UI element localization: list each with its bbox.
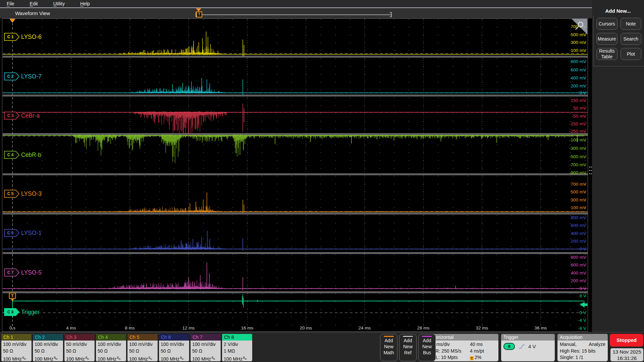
bandwidth-limit-icon: Bw: [179, 356, 183, 359]
menu-utility[interactable]: Utility: [53, 1, 65, 6]
channel-badge-label: Ch 1: [1, 334, 32, 341]
accent-line: [403, 336, 413, 337]
scale-label: 300 mV: [571, 40, 586, 45]
trigger-panel[interactable]: Trigger 84 V: [501, 334, 555, 361]
channel-badge-label: Ch 5: [127, 334, 158, 341]
plot-button[interactable]: Plot: [621, 48, 642, 60]
acquisition-row: High Res: 15 bits: [560, 348, 605, 355]
channel-badge-settings: 2 V/div1 MΩ100 MHz Bw: [222, 341, 252, 361]
bottom-settings-bar: Horizontal 4 ms/div40 msSR: 250 MS/s4 ns…: [0, 332, 644, 362]
scale-label: -8 V: [578, 326, 586, 331]
channel-badge-label: Ch 2: [33, 334, 63, 341]
results-table-button[interactable]: ResultsTable: [596, 48, 618, 60]
scale-label: 700 mV: [571, 182, 586, 187]
scale-label: 0 V: [580, 310, 586, 315]
search-button[interactable]: Search: [621, 33, 642, 45]
slider-right-bracket[interactable]: [390, 12, 392, 17]
trigger-position-flag-icon[interactable]: T: [196, 11, 202, 17]
scale-label: 600 mV: [571, 223, 586, 228]
scale-label: 500 mV: [571, 32, 586, 37]
measure-button[interactable]: Measure: [596, 33, 618, 45]
channel-handle-label: C 2: [7, 74, 14, 79]
x-axis-label: 36 ms: [535, 325, 547, 330]
channel-badge-settings: 100 mV/div50 Ω100 MHz Bw: [33, 341, 63, 361]
scale-label: 8 V: [580, 293, 586, 298]
scale-label: -900 mV: [569, 170, 586, 175]
channel-badge-8[interactable]: Ch 82 V/div1 MΩ100 MHz Bw: [222, 334, 252, 361]
scale-label: 100 mV: [571, 48, 586, 53]
channel-badge-settings: 100 mV/div50 Ω100 MHz Bw: [159, 341, 189, 361]
menu-bar: FileEditUtilityHelp: [0, 0, 644, 7]
menu-edit[interactable]: Edit: [30, 1, 38, 6]
panel-drag-handle[interactable]: [589, 167, 592, 176]
accent-line: [422, 336, 432, 337]
cursors-button[interactable]: Cursors: [596, 18, 618, 30]
scale-label: 800 mV: [571, 215, 586, 220]
horizontal-value: 40 ms: [470, 341, 483, 348]
tab-waveform-view[interactable]: Waveform View: [15, 10, 50, 16]
scale-label: 800 mV: [571, 255, 586, 260]
channel-handle-label: C 1: [7, 35, 14, 39]
scale-label: 0 V: [580, 90, 586, 95]
date-text: 13 Nov 2025: [610, 349, 643, 355]
channel-name-label: LYSO-3: [21, 190, 42, 197]
graticule-dots: [3, 19, 588, 330]
channel-badge-2[interactable]: Ch 2100 mV/div50 Ω100 MHz Bw: [33, 334, 63, 361]
oscilloscope-app: FileEditUtilityHelp Waveform View T 700 …: [0, 0, 644, 362]
scale-label: -100 mV: [569, 137, 586, 142]
acquisition-panel[interactable]: Acquisition Manual,AnalyzeHigh Res: 15 b…: [557, 334, 608, 361]
scale-label: -50 mV: [572, 114, 586, 119]
channel-badge-settings: 100 mV/div50 Ω100 MHz Bw: [127, 341, 158, 361]
x-axis-label: 4 ms: [66, 325, 76, 330]
add-new-ref-button[interactable]: AddNewRef: [399, 334, 417, 361]
channel-badge-label: Ch 4: [96, 334, 126, 341]
bandwidth-limit-icon: Bw: [22, 356, 25, 359]
horizontal-value: T2%: [470, 354, 481, 361]
bandwidth-limit-icon: Bw: [148, 356, 152, 359]
note-button[interactable]: Note: [621, 18, 642, 30]
bandwidth-limit-icon: Bw: [243, 356, 246, 359]
scale-label: 0 V: [580, 286, 586, 291]
record-position-slider[interactable]: [196, 14, 392, 15]
scale-label: 800 mV: [571, 59, 586, 64]
channel-badge-settings: 100 mV/div50 Ω100 MHz Bw: [191, 341, 221, 361]
acquisition-row: Manual,Analyze: [560, 341, 605, 348]
channel-badge-label: Ch 8: [222, 334, 252, 341]
x-axis-label: 0 s: [9, 325, 15, 330]
horizontal-title: Horizontal: [430, 334, 498, 341]
x-axis-label: 16 ms: [241, 325, 254, 330]
add-new-buttons: CursorsNoteMeasureSearchResultsTablePlot: [593, 16, 644, 66]
trigger-position-triangle-icon[interactable]: [196, 8, 201, 11]
channel-badge-5[interactable]: Ch 5100 mV/div50 Ω100 MHz Bw: [127, 334, 158, 361]
scale-label: -300 mV: [569, 146, 586, 151]
scale-label: 0 V: [580, 246, 586, 251]
add-new-math-button[interactable]: AddNewMath: [380, 334, 397, 361]
acquisition-row: Single: 1 /1: [560, 354, 605, 361]
add-new-bus-button[interactable]: AddNewBus: [418, 334, 436, 361]
x-axis-label: 20 ms: [300, 325, 312, 330]
channel-badge-4[interactable]: Ch 4100 mV/div50 Ω100 MHz Bw: [96, 334, 126, 361]
svg-text:T: T: [11, 294, 14, 298]
rising-edge-icon: [518, 344, 526, 349]
menu-file[interactable]: File: [7, 1, 14, 6]
horizontal-panel[interactable]: Horizontal 4 ms/div40 msSR: 250 MS/s4 ns…: [430, 334, 498, 361]
channel-badge-6[interactable]: Ch 6100 mV/div50 Ω100 MHz Bw: [159, 334, 189, 361]
channel-badge-3[interactable]: Ch 350 mV/div50 Ω100 MHz Bw: [64, 334, 95, 361]
horizontal-value: SR: 250 MS/s: [432, 348, 470, 355]
scale-label: -500 mV: [569, 154, 586, 159]
waveform-display[interactable]: 700 mV500 mV300 mV100 mVC 1LYSO-6800 mV6…: [0, 18, 592, 332]
horizontal-body: 4 ms/div40 msSR: 250 MS/s4 ns/ptRL: 10 M…: [430, 341, 498, 361]
channel-name-label: CebR-b: [21, 152, 41, 158]
scale-label: 200 mV: [571, 239, 586, 244]
channel-handle-label: C 4: [7, 153, 14, 157]
channel-name-label: LYSO-7: [21, 73, 42, 80]
channel-name-label: CeBr-a: [21, 112, 40, 119]
scale-label: 600 mV: [571, 67, 586, 72]
x-axis-label: 12 ms: [182, 325, 195, 330]
scale-label: 400 mV: [571, 231, 586, 236]
channel-badge-7[interactable]: Ch 7100 mV/div50 Ω100 MHz Bw: [191, 334, 221, 361]
acquisition-status-badge[interactable]: Stopped: [610, 334, 643, 347]
channel-badge-1[interactable]: Ch 1100 mV/div50 Ω100 MHz Bw: [1, 334, 32, 361]
menu-help[interactable]: Help: [80, 1, 90, 6]
x-axis-label: 24 ms: [359, 325, 371, 330]
